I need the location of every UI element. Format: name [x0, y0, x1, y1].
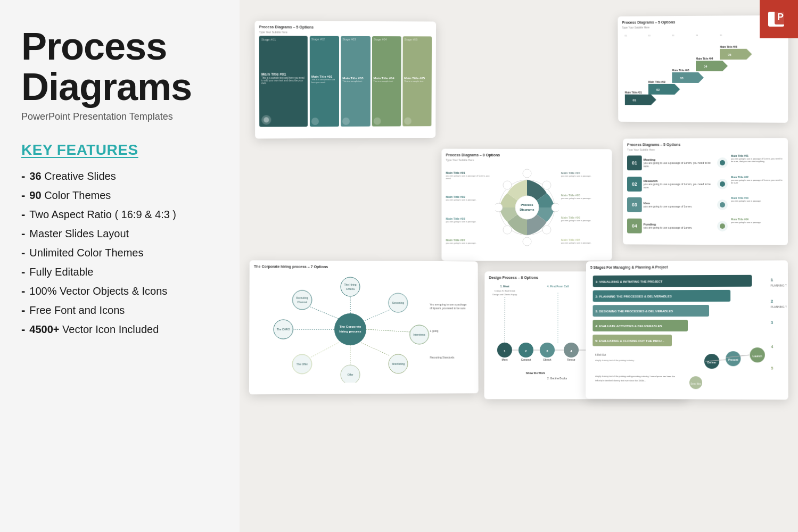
- svg-text:of Epsum, you need to be sure: of Epsum, you need to be sure: [430, 306, 465, 310]
- svg-point-31: [523, 237, 531, 246]
- svg-text:5: EVALUATING & CLOSING OUT TH: 5: EVALUATING & CLOSING OUT THE PROJ...: [595, 339, 664, 343]
- svg-text:02: 02: [648, 34, 651, 37]
- svg-marker-9: [696, 61, 728, 71]
- slide-inner-5: The Corporate hiring process – 7 Options…: [249, 260, 479, 394]
- slide-inner-1: Process Diagrams – 5 Options Type Your S…: [254, 21, 436, 139]
- slide-inner-3: Process Diagrams – 5 Options Type Your S…: [623, 138, 788, 245]
- right-panel: P Process Diagrams – 5 Options Type Your…: [240, 0, 798, 532]
- svg-text:The Corporate: The Corporate: [339, 325, 361, 328]
- feature-text: Two Aspect Ratio ( 16:9 & 4:3 ): [29, 209, 176, 221]
- svg-point-53: [292, 290, 311, 310]
- svg-text:05: 05: [728, 53, 731, 56]
- svg-text:Screening: Screening: [392, 301, 405, 304]
- svg-text:Diagrams: Diagrams: [520, 208, 534, 211]
- svg-line-61: [310, 343, 339, 358]
- slide-card-5: The Corporate hiring process – 7 Options…: [249, 260, 479, 394]
- svg-text:5: 5: [771, 365, 774, 370]
- svg-text:Send files: Send files: [690, 383, 702, 385]
- svg-text:Main Title #04: Main Title #04: [696, 57, 713, 60]
- svg-text:simply dummy text of the print: simply dummy text of the printing indust…: [595, 359, 636, 362]
- subtitle: PowerPoint Presentation Templates: [21, 111, 218, 122]
- svg-text:02: 02: [656, 88, 660, 92]
- feature-item-5: - Unlimited Color Themes: [21, 246, 218, 260]
- slide4-subtitle: Type Your Subtitle Here: [446, 159, 608, 162]
- svg-text:05: 05: [720, 34, 722, 37]
- svg-text:03: 03: [672, 34, 674, 37]
- project-stages-diagram: 1 2 3 4 5 PLANNING THE PLANNING THE 1: V…: [590, 270, 787, 394]
- slide3-subtitle: Type Your Subtitle Here: [627, 147, 784, 151]
- svg-text:The Hiring: The Hiring: [344, 283, 356, 286]
- svg-point-28: [542, 181, 551, 189]
- feature-dash: -: [21, 322, 25, 336]
- key-features-label: KEY FEATURES: [21, 142, 218, 159]
- feature-dash: -: [21, 169, 25, 183]
- svg-marker-5: [648, 84, 680, 95]
- feature-dash: -: [21, 207, 25, 221]
- feature-item-1: - 36 Creative Slides: [21, 169, 218, 183]
- svg-text:2. Get the Books: 2. Get the Books: [547, 377, 567, 380]
- svg-text:1. Meet: 1. Meet: [500, 285, 509, 288]
- svg-text:Design and Clients Happy: Design and Clients Happy: [492, 293, 517, 296]
- svg-text:2: 2: [771, 299, 774, 304]
- feature-item-9: - 4500+ Vector Icon Included: [21, 322, 218, 336]
- svg-text:PLANNING THE: PLANNING THE: [771, 284, 787, 287]
- feature-item-8: - Free Font and Icons: [21, 303, 218, 317]
- feature-bold: 36 Creative Slides: [29, 170, 116, 182]
- svg-text:Concept: Concept: [521, 358, 531, 361]
- svg-text:Criteria: Criteria: [346, 287, 355, 290]
- feature-text: 100% Vector Objects & Icons: [29, 285, 167, 297]
- slide4-title: Process Diagrams – 8 Options: [446, 153, 608, 157]
- svg-point-30: [542, 226, 551, 234]
- ppt-icon: P: [760, 0, 798, 38]
- feature-dash: -: [21, 284, 25, 298]
- svg-text:6.Roll-Out: 6.Roll-Out: [595, 354, 606, 356]
- slide5-title: The Corporate hiring process – 7 Options: [254, 264, 474, 269]
- svg-text:Process: Process: [521, 203, 533, 206]
- svg-point-29: [552, 203, 559, 212]
- svg-text:3: DESIGNING THE PROCESSES & D: 3: DESIGNING THE PROCESSES & DELIVERABLE…: [595, 310, 673, 313]
- svg-text:Launch: Launch: [753, 355, 762, 358]
- feature-dash: -: [21, 188, 25, 202]
- slide-card-1: Process Diagrams – 5 Options Type Your S…: [254, 21, 436, 139]
- svg-marker-7: [672, 72, 704, 83]
- svg-text:Deliver: Deliver: [707, 361, 717, 364]
- svg-text:hiring process: hiring process: [339, 330, 361, 333]
- feature-bold: 4500+ Vector Icon Included: [29, 323, 159, 336]
- feature-text: Fully Editable: [29, 266, 93, 278]
- feature-text: Master Slides Layout: [29, 228, 129, 240]
- svg-text:Main Title #05: Main Title #05: [720, 46, 737, 48]
- feature-list: - 36 Creative Slides - 90 Color Themes -…: [21, 169, 218, 336]
- svg-text:Sketch: Sketch: [543, 358, 552, 361]
- svg-text:1: 1: [771, 278, 774, 282]
- svg-text:1 going: 1 going: [430, 329, 438, 332]
- svg-text:Shortlisting: Shortlisting: [392, 362, 405, 365]
- feature-item-3: - Two Aspect Ratio ( 16:9 & 4:3 ): [21, 207, 218, 221]
- svg-text:03: 03: [680, 77, 684, 80]
- svg-text:01: 01: [624, 35, 627, 37]
- left-panel: Process Diagrams PowerPoint Presentation…: [0, 0, 240, 532]
- feature-dash: -: [21, 227, 25, 240]
- slide7-title: 5 Stages For Managing & Planning A Proje…: [590, 264, 784, 269]
- svg-text:Recruiting Standards: Recruiting Standards: [430, 356, 455, 359]
- svg-text:Meet: Meet: [501, 358, 508, 361]
- feature-text: Free Font and Icons: [29, 304, 125, 317]
- main-title: Process Diagrams: [21, 27, 218, 107]
- svg-text:Present: Present: [728, 359, 738, 361]
- hiring-diagram: The Corporate hiring process The Hiring …: [253, 270, 478, 383]
- slide-card-3: Process Diagrams – 5 Options Type Your S…: [623, 138, 788, 245]
- svg-text:4: 4: [771, 344, 774, 349]
- svg-text:Main Title #01: Main Title #01: [625, 92, 642, 94]
- svg-point-27: [523, 169, 531, 178]
- svg-text:P: P: [777, 12, 784, 22]
- svg-text:5 steps To Start Great: 5 steps To Start Great: [495, 289, 516, 292]
- slide1-subtitle: Type Your Subtitle Here: [259, 30, 432, 34]
- svg-text:industry's standard dummy text: industry's standard dummy text ever sinc…: [595, 379, 646, 382]
- svg-text:4. First From Call: 4. First From Call: [547, 285, 569, 288]
- slide-inner-4: Process Diagrams – 8 Options Type Your S…: [441, 149, 612, 261]
- svg-text:PLANNING THE: PLANNING THE: [771, 306, 787, 309]
- svg-point-38: [341, 277, 360, 296]
- svg-text:Channel: Channel: [297, 301, 307, 304]
- svg-text:04: 04: [696, 34, 698, 37]
- svg-text:simply dummy text of the print: simply dummy text of the printing and ty…: [595, 375, 676, 378]
- svg-text:Main Title #02: Main Title #02: [648, 81, 665, 84]
